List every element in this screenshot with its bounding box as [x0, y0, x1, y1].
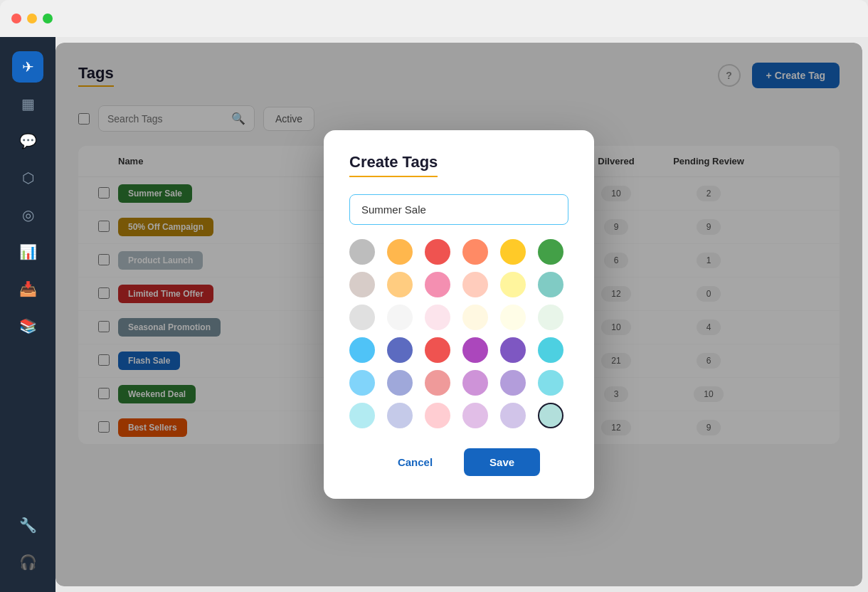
- color-swatch-1[interactable]: [387, 239, 413, 265]
- color-swatch-11[interactable]: [538, 272, 563, 297]
- sidebar-item-inbox[interactable]: 📥: [12, 273, 43, 305]
- color-swatch-20[interactable]: [425, 337, 450, 363]
- sidebar-item-target[interactable]: ◎: [12, 199, 43, 231]
- color-swatch-9[interactable]: [462, 272, 488, 297]
- color-swatch-23[interactable]: [538, 337, 563, 363]
- color-grid: [349, 239, 568, 428]
- app-container: ✈ ▦ 💬 ⬡ ◎ 📊 📥 📚 🔧 🎧 Tags ? + Create Tag: [0, 37, 868, 592]
- close-button[interactable]: [11, 14, 21, 23]
- minimize-button[interactable]: [27, 14, 37, 23]
- color-swatch-2[interactable]: [425, 239, 450, 265]
- sidebar-item-chart[interactable]: 📊: [12, 236, 43, 268]
- color-swatch-14[interactable]: [425, 305, 450, 330]
- color-swatch-13[interactable]: [387, 305, 413, 330]
- color-swatch-18[interactable]: [349, 337, 375, 363]
- color-swatch-0[interactable]: [349, 239, 375, 265]
- color-swatch-4[interactable]: [500, 239, 526, 265]
- color-swatch-30[interactable]: [349, 403, 375, 428]
- sidebar-item-send[interactable]: ✈: [12, 51, 43, 83]
- color-swatch-27[interactable]: [462, 370, 488, 396]
- color-swatch-5[interactable]: [538, 239, 563, 265]
- color-swatch-32[interactable]: [425, 403, 450, 428]
- maximize-button[interactable]: [43, 14, 53, 23]
- sidebar-item-library[interactable]: 📚: [12, 310, 43, 342]
- color-swatch-22[interactable]: [500, 337, 526, 363]
- sidebar-item-chat[interactable]: 💬: [12, 125, 43, 157]
- color-swatch-12[interactable]: [349, 305, 375, 330]
- color-swatch-29[interactable]: [538, 370, 563, 396]
- sidebar-item-tools[interactable]: 🔧: [12, 509, 43, 541]
- sidebar-item-hub[interactable]: ⬡: [12, 162, 43, 194]
- modal-title: Create Tags: [349, 153, 438, 177]
- sidebar: ✈ ▦ 💬 ⬡ ◎ 📊 📥 📚 🔧 🎧: [0, 37, 55, 592]
- color-swatch-15[interactable]: [462, 305, 488, 330]
- modal-overlay: Create Tags Cancel Save: [55, 43, 862, 586]
- color-swatch-34[interactable]: [500, 403, 526, 428]
- color-swatch-6[interactable]: [349, 272, 375, 297]
- main-content: Tags ? + Create Tag 🔍 Active Name Librar…: [55, 43, 862, 586]
- color-swatch-28[interactable]: [500, 370, 526, 396]
- color-swatch-7[interactable]: [387, 272, 413, 297]
- title-bar: [0, 0, 868, 37]
- color-swatch-8[interactable]: [425, 272, 450, 297]
- modal-actions: Cancel Save: [349, 448, 568, 476]
- color-swatch-25[interactable]: [387, 370, 413, 396]
- color-swatch-17[interactable]: [538, 305, 563, 330]
- sidebar-item-grid[interactable]: ▦: [12, 88, 43, 120]
- tag-name-input[interactable]: [349, 194, 568, 225]
- color-swatch-21[interactable]: [462, 337, 488, 363]
- save-button[interactable]: Save: [464, 448, 540, 476]
- create-tags-modal: Create Tags Cancel Save: [324, 130, 594, 499]
- sidebar-item-support[interactable]: 🎧: [12, 546, 43, 578]
- color-swatch-10[interactable]: [500, 272, 526, 297]
- color-swatch-31[interactable]: [387, 403, 413, 428]
- color-swatch-3[interactable]: [462, 239, 488, 265]
- color-swatch-19[interactable]: [387, 337, 413, 363]
- color-swatch-26[interactable]: [425, 370, 450, 396]
- color-swatch-35[interactable]: [538, 403, 563, 428]
- color-swatch-33[interactable]: [462, 403, 488, 428]
- color-swatch-24[interactable]: [349, 370, 375, 396]
- cancel-button[interactable]: Cancel: [378, 448, 452, 476]
- color-swatch-16[interactable]: [500, 305, 526, 330]
